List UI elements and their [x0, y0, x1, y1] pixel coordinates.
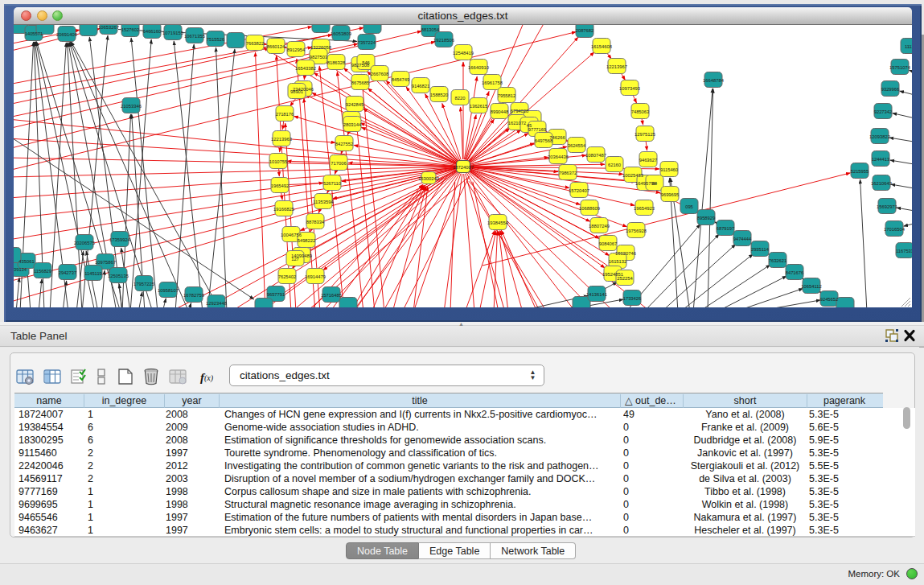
- svg-text:10653267: 10653267: [98, 25, 119, 30]
- svg-text:5498222: 5498222: [298, 238, 316, 243]
- svg-text:1527602: 1527602: [121, 27, 140, 32]
- svg-text:7986372: 7986372: [559, 171, 577, 175]
- svg-text:8958929: 8958929: [697, 216, 716, 220]
- svg-text:546: 546: [362, 60, 370, 65]
- svg-text:16543382: 16543382: [295, 66, 316, 71]
- svg-text:98901: 98901: [290, 89, 303, 94]
- svg-text:12923448: 12923448: [206, 301, 227, 306]
- svg-text:7663822: 7663822: [246, 41, 265, 46]
- svg-text:8427552: 8427552: [335, 142, 354, 146]
- svg-text:11353594: 11353594: [313, 200, 334, 204]
- svg-text:19756928: 19756928: [626, 229, 647, 233]
- svg-text:9657791: 9657791: [267, 292, 285, 297]
- svg-text:7515526: 7515526: [207, 37, 225, 42]
- svg-text:13226058: 13226058: [310, 45, 331, 50]
- svg-text:39134: 39134: [14, 267, 27, 272]
- svg-text:2935114: 2935114: [751, 247, 770, 252]
- svg-text:1362615: 1362615: [470, 104, 488, 109]
- svg-text:1167533: 1167533: [896, 249, 912, 253]
- svg-text:16053809: 16053809: [331, 31, 351, 36]
- svg-text:17957225: 17957225: [133, 282, 154, 286]
- svg-text:15300243: 15300243: [418, 176, 439, 181]
- svg-text:17359924: 17359924: [109, 237, 131, 242]
- svg-text:6794028: 6794028: [511, 109, 529, 113]
- svg-text:1145119: 1145119: [84, 271, 102, 276]
- svg-text:10688609: 10688609: [579, 206, 600, 211]
- svg-text:12213963: 12213963: [271, 137, 292, 142]
- svg-text:15720407: 15720407: [569, 188, 589, 193]
- svg-text:18724007: 18724007: [453, 165, 474, 170]
- svg-text:18807249: 18807249: [589, 224, 610, 229]
- svg-text:16154608: 16154608: [591, 44, 612, 49]
- svg-text:2942737: 2942737: [59, 270, 77, 275]
- svg-text:8878334: 8878334: [306, 220, 325, 225]
- svg-text:20691406: 20691406: [56, 32, 77, 37]
- svg-text:17016504: 17016504: [884, 227, 906, 232]
- svg-text:1621072: 1621072: [508, 121, 527, 126]
- svg-text:9115460: 9115460: [660, 167, 678, 172]
- svg-text:10025433: 10025433: [622, 173, 643, 178]
- svg-text:21053346: 21053346: [121, 104, 142, 109]
- svg-text:16648784: 16648784: [703, 78, 725, 83]
- svg-text:1615132: 1615132: [609, 259, 627, 264]
- svg-text:9777169: 9777169: [528, 127, 547, 132]
- svg-text:20206575: 20206575: [74, 241, 95, 245]
- svg-text:1112: 1112: [905, 44, 912, 49]
- svg-text:10807487: 10807487: [585, 153, 606, 158]
- svg-text:10654112: 10654112: [801, 284, 821, 289]
- svg-text:14136141: 14136141: [586, 292, 607, 297]
- svg-text:10671355: 10671355: [184, 34, 205, 39]
- svg-text:9245652: 9245652: [820, 297, 839, 302]
- svg-text:2667608: 2667608: [371, 72, 389, 76]
- svg-text:10046756: 10046756: [281, 233, 302, 237]
- svg-text:1010755: 1010755: [269, 159, 288, 164]
- svg-text:16782759: 16782759: [183, 293, 204, 298]
- svg-text:9329966: 9329966: [881, 87, 900, 92]
- svg-text:2718176: 2718176: [276, 112, 294, 117]
- svg-text:19166825: 19166825: [273, 207, 294, 212]
- svg-text:16961758: 16961758: [482, 80, 503, 85]
- svg-text:6466160: 6466160: [143, 29, 162, 34]
- svg-text:7625402: 7625402: [278, 274, 297, 279]
- svg-text:19384554: 19384554: [487, 220, 509, 225]
- svg-text:127: 127: [291, 257, 299, 262]
- svg-text:9827503: 9827503: [310, 55, 328, 60]
- svg-text:7955812: 7955812: [498, 93, 516, 98]
- svg-text:252254: 252254: [617, 276, 633, 281]
- svg-text:8990448: 8990448: [491, 109, 509, 114]
- svg-text:1965492: 1965492: [271, 183, 290, 188]
- svg-text:10719155: 10719155: [162, 31, 183, 35]
- svg-text:1588520: 1588520: [430, 93, 449, 97]
- svg-text:9227342: 9227342: [874, 109, 893, 114]
- svg-text:7357224: 7357224: [358, 40, 376, 45]
- svg-text:9463627: 9463627: [639, 158, 658, 163]
- svg-text:(x): (x): [204, 373, 214, 383]
- svg-text:6879197: 6879197: [717, 226, 735, 231]
- svg-text:6497568: 6497568: [535, 138, 553, 143]
- svg-text:20364436: 20364436: [548, 154, 569, 159]
- svg-text:12505135: 12505135: [108, 274, 129, 278]
- svg-text:095: 095: [685, 204, 693, 209]
- svg-text:10958107: 10958107: [158, 288, 179, 293]
- svg-text:15716485: 15716485: [321, 293, 342, 298]
- svg-text:1156829: 1156829: [34, 269, 51, 274]
- svg-text:717006: 717006: [331, 161, 346, 166]
- svg-text:64: 64: [652, 181, 658, 186]
- svg-text:8454749: 8454749: [392, 77, 410, 82]
- svg-text:8220: 8220: [455, 96, 466, 101]
- svg-text:9146821: 9146821: [412, 84, 430, 89]
- svg-text:5267110: 5267110: [323, 181, 341, 186]
- svg-text:8186328: 8186328: [327, 60, 346, 65]
- svg-text:9474444: 9474444: [733, 237, 752, 241]
- svg-text:16640910: 16640910: [468, 65, 489, 70]
- svg-text:7632621: 7632621: [769, 258, 787, 263]
- svg-text:16210643: 16210643: [871, 181, 892, 186]
- svg-text:12093822: 12093822: [869, 134, 890, 139]
- svg-text:19654923: 19654923: [634, 206, 655, 211]
- svg-text:7485063: 7485063: [631, 109, 650, 114]
- svg-text:435061: 435061: [18, 259, 34, 264]
- svg-text:12548419: 12548419: [453, 51, 474, 56]
- svg-text:2087682: 2087682: [576, 28, 594, 33]
- svg-text:8471676: 8471676: [786, 270, 804, 275]
- svg-text:5215955: 5215955: [851, 169, 869, 174]
